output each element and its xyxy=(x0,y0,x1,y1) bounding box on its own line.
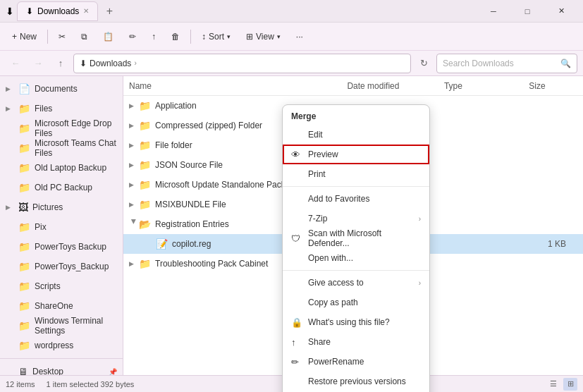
view-button[interactable]: ⊞ View ▾ xyxy=(240,26,287,47)
ctx-defender[interactable]: 🛡 Scan with Microsoft Defender... xyxy=(283,228,429,248)
close-btn[interactable]: ✕ xyxy=(545,0,577,23)
path-label: Downloads xyxy=(90,59,131,68)
address-input[interactable]: ⬇ Downloads › xyxy=(73,54,411,73)
new-tab-btn[interactable]: + xyxy=(101,3,118,20)
ctx-defender-label: Scan with Microsoft Defender... xyxy=(308,228,421,248)
grid-view-btn[interactable]: ⊞ xyxy=(563,378,577,391)
ctx-merge-label: Merge xyxy=(283,108,429,125)
context-menu: Merge Edit 👁 Preview Print Add to Favori… xyxy=(282,104,430,392)
sidebar-item-powertoys-bundle[interactable]: 📁 PowerToys_Backup xyxy=(0,257,123,276)
ctx-7zip[interactable]: 7-Zip › xyxy=(283,209,429,228)
sidebar-item-win-terminal[interactable]: 📁 Windows Terminal Settings xyxy=(0,316,123,336)
sidebar-item-teams-chat[interactable]: 📁 Microsoft Teams Chat Files xyxy=(0,138,123,158)
ctx-favorites-label: Add to Favorites xyxy=(308,194,421,204)
ctx-separator-2 xyxy=(283,270,429,271)
folder-icon: 📁 xyxy=(139,258,151,269)
sort-arrow-icon: ▾ xyxy=(227,33,231,40)
new-button[interactable]: + New xyxy=(6,26,43,47)
sidebar-item-wordpress[interactable]: 📁 wordpress xyxy=(0,336,123,355)
cut-button[interactable]: ✂ xyxy=(52,26,72,47)
ctx-access-label: Give access to xyxy=(308,278,413,288)
ctx-whats-using[interactable]: 🔒 What's using this file? xyxy=(283,312,429,332)
expand-arrow-icon: ▶ xyxy=(129,181,139,188)
expand-arrow-icon: ▶ xyxy=(130,219,137,229)
ctx-share[interactable]: ↑ Share xyxy=(283,332,429,352)
rename-button[interactable]: ✏ xyxy=(123,26,142,47)
minimize-btn[interactable]: ─ xyxy=(477,0,510,23)
pin-icon: 📌 xyxy=(109,368,117,376)
paste-icon: 📋 xyxy=(103,32,113,42)
pictures-icon: 🖼 xyxy=(18,202,28,213)
ctx-share-label: Share xyxy=(308,337,421,347)
search-icon: 🔍 xyxy=(560,59,571,68)
ctx-add-favorites[interactable]: Add to Favorites xyxy=(283,189,429,209)
search-placeholder: Search Downloads xyxy=(443,59,514,68)
ctx-give-access[interactable]: Give access to › xyxy=(283,273,429,293)
tab-list: ⬇ Downloads ✕ + xyxy=(17,1,118,21)
sidebar-item-scripts[interactable]: 📁 Scripts xyxy=(0,276,123,296)
window-icon: ⬇ xyxy=(6,6,14,17)
selected-info: 1 item selected 392 bytes xyxy=(47,380,135,388)
share-icon: ↑ xyxy=(152,32,156,42)
reg-file-icon: 📝 xyxy=(156,238,168,250)
paste-button[interactable]: 📋 xyxy=(97,26,120,47)
sidebar-item-shareone[interactable]: 📁 ShareOne xyxy=(0,296,123,316)
up-button[interactable]: ↑ xyxy=(51,54,70,73)
tab-close-btn[interactable]: ✕ xyxy=(83,7,89,15)
item-count: 12 items xyxy=(6,380,35,388)
delete-button[interactable]: 🗑 xyxy=(165,26,186,47)
ctx-copy-path[interactable]: Copy as path xyxy=(283,293,429,312)
ctx-edit[interactable]: Edit xyxy=(283,125,429,145)
folder-icon: 📁 xyxy=(18,142,30,154)
sidebar-item-pictures[interactable]: ▶ 🖼 Pictures xyxy=(0,197,123,217)
details-view-btn[interactable]: ☰ xyxy=(546,378,560,391)
folder-icon: 📁 xyxy=(18,340,30,351)
delete-icon: 🗑 xyxy=(171,32,180,42)
col-header-size[interactable]: Size xyxy=(529,81,577,91)
view-arrow-icon: ▾ xyxy=(277,33,281,40)
sidebar-item-desktop[interactable]: 🖥 Desktop 📌 xyxy=(0,362,123,375)
ctx-powerrename[interactable]: ✏ PowerRename xyxy=(283,352,429,372)
folder-icon: 📁 xyxy=(18,320,30,331)
sidebar-item-old-laptop[interactable]: 📁 Old Laptop Backup xyxy=(0,158,123,178)
ctx-restore-versions[interactable]: Restore previous versions xyxy=(283,372,429,391)
sidebar-item-documents[interactable]: ▶ 📄 Documents xyxy=(0,79,123,99)
forward-button[interactable]: → xyxy=(28,54,48,73)
desktop-icon: 🖥 xyxy=(18,366,28,375)
sidebar-item-powertoys-backup[interactable]: 📁 PowerToys Backup xyxy=(0,237,123,257)
sort-button[interactable]: ↕ Sort ▾ xyxy=(195,26,237,47)
sidebar-item-files[interactable]: ▶ 📁 Files xyxy=(0,99,123,118)
copy-icon: ⧉ xyxy=(81,32,87,42)
search-box[interactable]: Search Downloads 🔍 xyxy=(436,54,577,73)
ctx-preview[interactable]: 👁 Preview xyxy=(283,145,429,164)
rename-icon: ✏ xyxy=(129,32,136,42)
ctx-edit-label: Edit xyxy=(308,130,421,140)
folder-icon: 📁 xyxy=(18,123,30,134)
sidebar-item-edge-drop[interactable]: 📁 Microsoft Edge Drop Files xyxy=(0,118,123,138)
refresh-button[interactable]: ↻ xyxy=(414,54,434,73)
ctx-powerrename-icon: ✏ xyxy=(291,357,302,367)
ctx-preview-label: Preview xyxy=(308,149,421,159)
expand-arrow-icon: ▶ xyxy=(129,260,139,267)
ctx-merge-text: Merge xyxy=(291,111,316,121)
sidebar-item-old-pc[interactable]: 📁 Old PC Backup xyxy=(0,178,123,197)
expand-arrow-icon: ▶ xyxy=(129,142,139,149)
expand-arrow-icon: ▶ xyxy=(129,122,139,129)
tab-label: Downloads xyxy=(37,6,79,16)
folder-icon: 📁 xyxy=(18,162,30,173)
tab-downloads[interactable]: ⬇ Downloads ✕ xyxy=(17,1,98,21)
copy-button[interactable]: ⧉ xyxy=(75,26,94,47)
share-button[interactable]: ↑ xyxy=(145,26,162,47)
toolbar-sep-2 xyxy=(190,30,191,44)
ctx-print[interactable]: Print xyxy=(283,164,429,184)
maximize-btn[interactable]: □ xyxy=(511,0,544,23)
sidebar-item-pix[interactable]: 📁 Pix xyxy=(0,217,123,237)
ctx-defender-icon: 🛡 xyxy=(291,233,302,244)
col-header-name[interactable]: Name xyxy=(129,81,347,91)
more-button[interactable]: ··· xyxy=(290,26,309,47)
window-controls: ─ □ ✕ xyxy=(477,0,577,23)
ctx-open-with[interactable]: Open with... xyxy=(283,248,429,268)
back-button[interactable]: ← xyxy=(6,54,25,73)
col-header-date[interactable]: Date modified xyxy=(347,81,444,91)
col-header-type[interactable]: Type xyxy=(444,81,529,91)
